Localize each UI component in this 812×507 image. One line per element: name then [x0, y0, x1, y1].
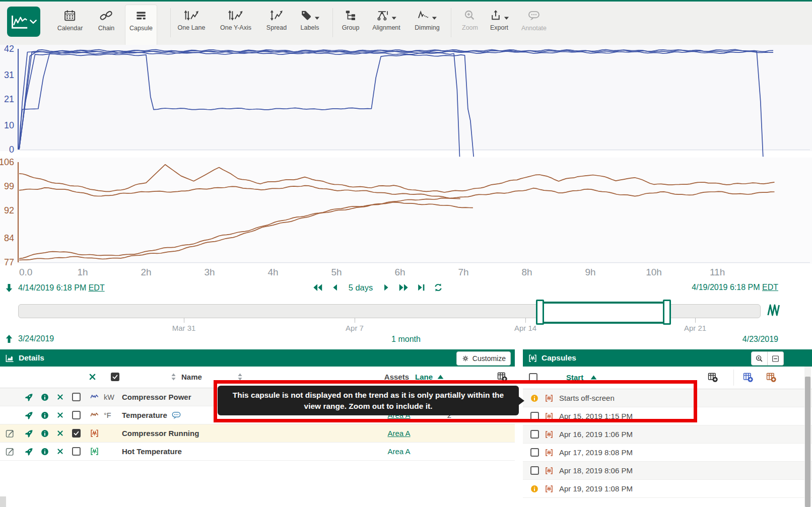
toolbar-button-dimming[interactable]: Dimming: [411, 5, 443, 46]
condition-capsule-icon: [85, 447, 104, 456]
info-icon[interactable]: [37, 411, 52, 420]
customize-button[interactable]: Customize: [456, 351, 511, 366]
row-checkbox[interactable]: [72, 411, 81, 419]
capsule-checkbox[interactable]: [530, 466, 539, 475]
rocket-icon[interactable]: [20, 393, 37, 402]
warning-info-icon[interactable]: [527, 484, 542, 493]
timezone-link[interactable]: EDT: [89, 283, 105, 292]
investigate-range-duration[interactable]: 1 month: [0, 335, 812, 344]
toolbar-button-group[interactable]: Group: [338, 5, 364, 46]
svg-text:0: 0: [9, 144, 14, 155]
info-icon[interactable]: [37, 429, 52, 438]
end-datetime[interactable]: 4/19/2019 6:18 PM: [692, 283, 760, 292]
pan-far-right-button[interactable]: [398, 282, 409, 293]
details-row-hot-temperature[interactable]: Hot Temperature Area A: [0, 443, 515, 461]
capsule-checkbox[interactable]: [530, 430, 539, 439]
capsule-checkbox[interactable]: [530, 448, 539, 457]
scrubber-tick: [355, 318, 355, 323]
pan-left-button[interactable]: [330, 282, 341, 293]
add-column-icon[interactable]: [707, 372, 718, 383]
toolbar-button-export[interactable]: Export: [486, 5, 513, 46]
date-scrubber-selection[interactable]: [539, 302, 670, 324]
toolbar-button-one-lane[interactable]: One Lane: [174, 5, 210, 46]
svg-text:7h: 7h: [458, 267, 468, 277]
collapse-panel-button[interactable]: [768, 351, 784, 366]
range-duration-label[interactable]: 1 month: [391, 335, 421, 343]
edit-pencil-icon[interactable]: [0, 428, 20, 439]
svg-text:92: 92: [4, 205, 14, 215]
pan-right-button[interactable]: [381, 282, 391, 293]
scrollbar-thumb[interactable]: [805, 377, 810, 507]
row-checkbox[interactable]: [72, 429, 81, 438]
remove-icon[interactable]: [52, 411, 67, 419]
step-to-end-button[interactable]: [416, 282, 426, 293]
row-checkbox[interactable]: [72, 393, 81, 401]
capsule-time-icon[interactable]: [766, 303, 781, 318]
scrubber-tick: [525, 318, 526, 323]
capsule-icon: [542, 448, 556, 457]
details-panel-header: Details Customize: [0, 349, 515, 367]
pan-far-left-button[interactable]: [312, 282, 323, 293]
toolbar-button-alignment[interactable]: Alignment: [368, 5, 404, 46]
remove-all-icon[interactable]: [88, 373, 97, 381]
item-name: Compressor Running: [122, 429, 359, 438]
capsule-row[interactable]: Apr 19, 2019 1:08 PM: [523, 480, 812, 498]
worksheet-view-button[interactable]: [7, 7, 40, 37]
scrubber-handle-right[interactable]: [663, 300, 671, 325]
trend-chart[interactable]: 423121100106999284770.01h2h3h4h5h6h7h8h9…: [0, 45, 812, 280]
toolbar-button-labels[interactable]: Labels: [296, 5, 324, 46]
scrubber-handle-left[interactable]: [536, 300, 544, 325]
capsules-scrollbar[interactable]: [804, 367, 811, 507]
asset-link[interactable]: Area A: [387, 429, 410, 438]
sort-ascending-icon[interactable]: [437, 375, 444, 379]
investigate-range-end[interactable]: 4/23/2019: [742, 335, 778, 344]
info-icon[interactable]: [37, 447, 52, 456]
timezone-link[interactable]: EDT: [762, 283, 778, 292]
scrubber-tick-label: Apr 21: [684, 324, 706, 332]
range-end-date[interactable]: 4/23/2019: [742, 335, 778, 343]
toolbar-button-spread[interactable]: Spread: [262, 5, 291, 46]
remove-icon[interactable]: [52, 429, 67, 437]
capsule-row[interactable]: Apr 17, 2019 8:08 PM: [523, 444, 812, 462]
rocket-icon[interactable]: [20, 411, 37, 420]
start-datetime[interactable]: 4/14/2019 6:18 PM: [18, 283, 86, 292]
toolbar-button-chain[interactable]: Chain: [94, 5, 119, 46]
row-checkbox[interactable]: [72, 447, 81, 456]
info-icon[interactable]: [37, 393, 52, 402]
comment-bubble-icon[interactable]: [171, 410, 181, 420]
display-range-end[interactable]: 4/19/2019 6:18 PM EDT: [692, 283, 778, 292]
toolbar-button-label: Labels: [301, 24, 319, 31]
rocket-icon[interactable]: [20, 447, 37, 456]
caret-down-icon: [315, 16, 320, 22]
add-condition-column-icon[interactable]: [766, 372, 777, 383]
details-row-compressor-running[interactable]: Compressor Running Area A: [0, 424, 515, 443]
rocket-icon[interactable]: [20, 429, 37, 438]
display-range-start[interactable]: 4/14/2019 6:18 PM EDT: [4, 283, 105, 293]
zoom-to-capsule-button[interactable]: [751, 351, 768, 366]
asset-link[interactable]: Area A: [387, 447, 410, 456]
svg-text:21: 21: [4, 94, 14, 104]
edit-pencil-icon[interactable]: [0, 447, 20, 457]
toolbar-button-calendar[interactable]: Calendar: [53, 5, 87, 46]
refresh-button[interactable]: [433, 282, 443, 293]
chevron-down-icon: [29, 19, 37, 25]
toolbar-button-one-y-axis[interactable]: One Y-Axis: [216, 5, 255, 46]
add-signal-column-icon[interactable]: [742, 372, 754, 383]
caret-down-icon: [504, 16, 509, 22]
toolbar-divider: [170, 8, 171, 37]
remove-icon[interactable]: [52, 393, 67, 401]
name-column-header[interactable]: Name: [181, 373, 202, 381]
capsule-row[interactable]: Apr 16, 2019 1:06 PM: [523, 425, 812, 444]
dimming-icon: [418, 9, 430, 22]
sort-icon[interactable]: [170, 373, 177, 381]
toolbar-button-label: One Lane: [178, 24, 206, 31]
calendar-icon: [63, 9, 77, 22]
sort-ascending-icon[interactable]: [590, 375, 597, 380]
alignment-icon: [376, 9, 389, 22]
capsule-row[interactable]: Apr 18, 2019 8:06 PM: [523, 462, 812, 480]
scrubber-tick-label: Apr 7: [346, 324, 364, 332]
remove-icon[interactable]: [52, 448, 67, 455]
duration-label[interactable]: 5 days: [349, 283, 373, 293]
select-all-checkbox[interactable]: [111, 373, 119, 381]
toolbar-button-capsule[interactable]: Capsule: [125, 5, 157, 47]
